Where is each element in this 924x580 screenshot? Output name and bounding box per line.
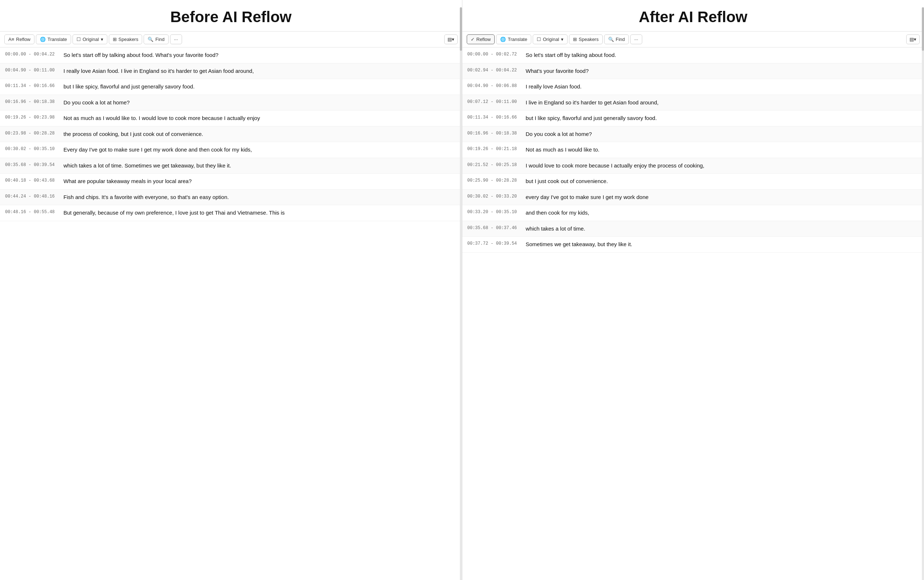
right-panel-title: After AI Reflow <box>462 0 924 31</box>
left-panel: Before AI Reflow A≡ Reflow 🌐 Translate ☐… <box>0 0 462 580</box>
right-more-button[interactable]: ··· <box>630 35 642 44</box>
timestamp: 00:33.20 - 00:35.10 <box>467 209 520 214</box>
transcript-text: Do you cook a lot at home? <box>63 99 455 107</box>
table-row: 00:19.26 - 00:21.18 Not as much as I wou… <box>462 142 922 158</box>
timestamp: 00:16.96 - 00:18.38 <box>5 99 58 104</box>
left-scrollbar[interactable] <box>460 48 462 580</box>
timestamp: 00:16.96 - 00:18.38 <box>467 130 520 136</box>
left-translate-button[interactable]: 🌐 Translate <box>36 35 71 44</box>
reflow-icon: A≡ <box>8 36 14 42</box>
page-wrapper: Before AI Reflow A≡ Reflow 🌐 Translate ☐… <box>0 0 924 580</box>
table-row: 00:40.18 - 00:43.68 What are popular tak… <box>0 174 460 189</box>
table-row: 00:00.00 - 00:02.72 So let's start off b… <box>462 48 922 63</box>
timestamp: 00:23.98 - 00:28.28 <box>5 130 58 136</box>
original-icon: ☐ <box>537 36 541 42</box>
transcript-text: every day I've got to make sure I get my… <box>526 193 917 201</box>
transcript-text: but I like spicy, flavorful and just gen… <box>526 114 917 122</box>
transcript-text: What's your favorite food? <box>526 67 917 76</box>
transcript-text: which takes a lot of time. Sometimes we … <box>63 161 455 170</box>
table-row: 00:04.90 - 00:11.00 I really love Asian … <box>0 63 460 79</box>
layout-icon: ▤▾ <box>909 36 916 42</box>
transcript-text: the process of cooking, but I just cook … <box>63 130 455 138</box>
left-reflow-button[interactable]: A≡ Reflow <box>4 35 35 44</box>
right-speakers-button[interactable]: ⊞ Speakers <box>569 35 603 44</box>
right-translate-button[interactable]: 🌐 Translate <box>496 35 531 44</box>
transcript-text: Every day I've got to make sure I get my… <box>63 146 455 154</box>
table-row: 00:16.96 - 00:18.38 Do you cook a lot at… <box>462 127 922 142</box>
left-transcript-container[interactable]: 00:00.00 - 00:04.22 So let's start off b… <box>0 48 460 580</box>
transcript-text: Do you cook a lot at home? <box>526 130 917 138</box>
original-dropdown-icon: ▾ <box>561 36 564 42</box>
transcript-text: Not as much as I would like to. I would … <box>63 114 455 122</box>
right-toolbar: ✓ Reflow 🌐 Translate ☐ Original ▾ ⊞ Spea… <box>462 31 924 48</box>
table-row: 00:37.72 - 00:39.54 Sometimes we get tak… <box>462 237 922 253</box>
table-row: 00:23.98 - 00:28.28 the process of cooki… <box>0 127 460 142</box>
left-scrollbar-thumb[interactable] <box>460 48 462 51</box>
find-icon: 🔍 <box>148 36 153 42</box>
left-find-button[interactable]: 🔍 Find <box>144 35 168 44</box>
table-row: 00:11.34 - 00:16.66 but I like spicy, fl… <box>462 110 922 127</box>
left-toolbar: A≡ Reflow 🌐 Translate ☐ Original ▾ ⊞ Spe… <box>0 31 462 48</box>
transcript-text: I would love to cook more because I actu… <box>526 161 917 170</box>
timestamp: 00:00.00 - 00:04.22 <box>5 51 58 57</box>
transcript-text: which takes a lot of time. <box>526 225 917 233</box>
right-panel-content: 00:00.00 - 00:02.72 So let's start off b… <box>462 48 924 580</box>
transcript-text: but I like spicy, flavorful and just gen… <box>63 82 455 91</box>
left-layout-button[interactable]: ▤▾ <box>444 35 458 44</box>
right-find-button[interactable]: 🔍 Find <box>604 35 629 44</box>
timestamp: 00:25.90 - 00:28.28 <box>467 177 520 183</box>
speakers-icon: ⊞ <box>113 36 117 42</box>
table-row: 00:07.12 - 00:11.00 I live in England so… <box>462 95 922 111</box>
timestamp: 00:21.52 - 00:25.18 <box>467 161 520 168</box>
left-panel-content: 00:00.00 - 00:04.22 So let's start off b… <box>0 48 462 580</box>
table-row: 00:35.68 - 00:39.54 which takes a lot of… <box>0 158 460 174</box>
timestamp: 00:19.26 - 00:21.18 <box>467 146 520 152</box>
table-row: 00:33.20 - 00:35.10 and then cook for my… <box>462 205 922 221</box>
timestamp: 00:40.18 - 00:43.68 <box>5 177 58 183</box>
left-original-button[interactable]: ☐ Original ▾ <box>73 35 107 44</box>
layout-icon: ▤▾ <box>447 36 454 42</box>
timestamp: 00:35.68 - 00:37.46 <box>467 225 520 231</box>
table-row: 00:25.90 - 00:28.28 but I just cook out … <box>462 174 922 189</box>
table-row: 00:11.34 - 00:16.66 but I like spicy, fl… <box>0 79 460 95</box>
right-transcript-list: 00:00.00 - 00:02.72 So let's start off b… <box>462 48 922 253</box>
right-layout-button[interactable]: ▤▾ <box>906 35 920 44</box>
table-row: 00:44.24 - 00:48.16 Fish and chips. It's… <box>0 189 460 206</box>
right-reflow-button[interactable]: ✓ Reflow <box>467 35 495 44</box>
transcript-text: and then cook for my kids, <box>526 209 917 217</box>
right-scrollbar[interactable] <box>922 48 924 580</box>
timestamp: 00:44.24 - 00:48.16 <box>5 193 58 199</box>
table-row: 00:19.26 - 00:23.98 Not as much as I wou… <box>0 110 460 127</box>
right-transcript-container[interactable]: 00:00.00 - 00:02.72 So let's start off b… <box>462 48 922 580</box>
transcript-text: I really love Asian food. <box>526 82 917 91</box>
timestamp: 00:04.90 - 00:06.88 <box>467 82 520 89</box>
original-dropdown-icon: ▾ <box>101 36 103 42</box>
timestamp: 00:19.26 - 00:23.98 <box>5 114 58 120</box>
timestamp: 00:37.72 - 00:39.54 <box>467 241 520 246</box>
right-scrollbar-thumb[interactable] <box>922 48 924 51</box>
table-row: 00:48.16 - 00:55.48 But generally, becau… <box>0 205 460 221</box>
table-row: 00:00.00 - 00:04.22 So let's start off b… <box>0 48 460 63</box>
table-row: 00:21.52 - 00:25.18 I would love to cook… <box>462 158 922 174</box>
timestamp: 00:04.90 - 00:11.00 <box>5 67 58 73</box>
transcript-text: Fish and chips. It's a favorite with eve… <box>63 193 455 201</box>
timestamp: 00:30.02 - 00:33.20 <box>467 193 520 199</box>
table-row: 00:30.02 - 00:33.20 every day I've got t… <box>462 189 922 206</box>
find-icon: 🔍 <box>608 36 614 42</box>
left-speakers-button[interactable]: ⊞ Speakers <box>109 35 142 44</box>
left-more-button[interactable]: ··· <box>170 35 182 44</box>
speakers-icon: ⊞ <box>573 36 577 42</box>
timestamp: 00:00.00 - 00:02.72 <box>467 51 520 57</box>
table-row: 00:02.94 - 00:04.22 What's your favorite… <box>462 63 922 79</box>
transcript-text: So let's start off by talking about food… <box>63 51 455 59</box>
timestamp: 00:07.12 - 00:11.00 <box>467 99 520 104</box>
transcript-text: I live in England so it's harder to get … <box>526 99 917 107</box>
left-panel-title: Before AI Reflow <box>0 0 462 31</box>
transcript-text: I really love Asian food. I live in Engl… <box>63 67 455 76</box>
table-row: 00:04.90 - 00:06.88 I really love Asian … <box>462 79 922 95</box>
transcript-text: Not as much as I would like to. <box>526 146 917 154</box>
timestamp: 00:11.34 - 00:16.66 <box>467 114 520 120</box>
right-original-button[interactable]: ☐ Original ▾ <box>533 35 568 44</box>
translate-icon: 🌐 <box>40 36 46 42</box>
table-row: 00:30.02 - 00:35.10 Every day I've got t… <box>0 142 460 158</box>
